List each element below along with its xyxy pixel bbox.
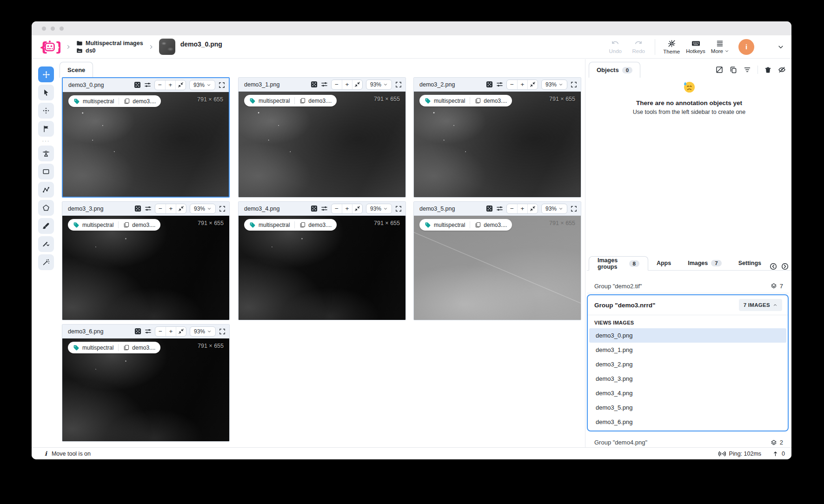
view-image-item[interactable]: demo3_3.png [589, 371, 786, 386]
app-logo[interactable]: {} [39, 40, 60, 54]
group-row-demo4[interactable]: Group "demo4.png" 2 [587, 435, 789, 447]
copy-objects-icon[interactable] [730, 66, 737, 73]
tab-images-groups[interactable]: Images groups 8 [589, 256, 648, 271]
window-minimize-button[interactable] [51, 27, 55, 31]
theme-button[interactable]: Theme [663, 40, 680, 54]
image-card[interactable]: demo3_6.png − + 93% multispectral demo3.… [62, 324, 230, 442]
image-view[interactable]: multispectral demo3.... 791 × 655 [63, 92, 229, 197]
zoom-in-button[interactable]: + [517, 80, 527, 90]
tags-pill[interactable]: multispectral demo3.... [244, 219, 337, 231]
fullscreen-icon[interactable] [395, 206, 402, 212]
tags-pill[interactable]: multispectral demo3.... [419, 95, 512, 106]
image-view[interactable]: multispectral demo3.... 791 × 655 [62, 338, 229, 441]
zoom-level-dropdown[interactable]: 93% [366, 80, 392, 90]
window-zoom-button[interactable] [60, 27, 64, 31]
undo-button[interactable]: Undo [606, 40, 624, 54]
tags-pill[interactable]: multispectral demo3.... [68, 95, 161, 107]
adjust-settings-icon[interactable] [321, 205, 328, 212]
window-close-button[interactable] [42, 27, 46, 31]
tool-flag-button[interactable] [38, 121, 54, 137]
image-view[interactable]: multispectral demo3.... 791 × 655 [414, 216, 581, 320]
view-image-item[interactable]: demo3_1.png [589, 343, 786, 357]
tool-rectangle-button[interactable] [38, 164, 54, 179]
zoom-in-button[interactable]: + [517, 204, 527, 214]
tags-pill[interactable]: multispectral demo3.... [68, 342, 160, 353]
fullscreen-icon[interactable] [395, 81, 402, 88]
dice-grid-icon[interactable] [311, 205, 318, 212]
tool-polyline-button[interactable] [38, 182, 54, 198]
zoom-level-dropdown[interactable]: 93% [541, 80, 567, 90]
fit-zoom-icon[interactable] [352, 204, 362, 214]
fullscreen-icon[interactable] [571, 206, 577, 212]
image-thumbnail[interactable] [159, 39, 175, 55]
tab-images[interactable]: Images 7 [679, 256, 730, 270]
group-row-demo2[interactable]: Group "demo2.tif" 7 [587, 279, 789, 293]
image-view[interactable]: multispectral demo3.... 791 × 655 [62, 216, 229, 320]
zoom-out-button[interactable]: − [155, 80, 165, 90]
tags-pill[interactable]: multispectral demo3.... [419, 219, 512, 231]
zoom-in-button[interactable]: + [342, 204, 352, 214]
dice-grid-icon[interactable] [134, 81, 141, 88]
dice-grid-icon[interactable] [134, 205, 141, 212]
dice-grid-icon[interactable] [134, 328, 141, 335]
images-count-button[interactable]: 7 images [739, 299, 782, 311]
zoom-in-button[interactable]: + [342, 80, 352, 90]
image-card[interactable]: demo3_2.png − + 93% multispectral demo3.… [413, 77, 581, 198]
tool-brush-button[interactable] [38, 218, 54, 234]
tool-drag-figure-button[interactable] [38, 103, 54, 119]
view-image-item[interactable]: demo3_2.png [589, 357, 786, 371]
scroll-tabs-left-icon[interactable] [770, 263, 777, 270]
fit-zoom-icon[interactable] [175, 80, 186, 90]
adjust-settings-icon[interactable] [145, 205, 152, 212]
zoom-out-button[interactable]: − [507, 204, 517, 214]
zoom-level-dropdown[interactable]: 93% [190, 204, 216, 214]
collapse-header-chevron[interactable] [777, 44, 784, 50]
adjust-settings-icon[interactable] [496, 81, 503, 88]
zoom-in-button[interactable]: + [166, 326, 176, 337]
redo-button[interactable]: Redo [630, 40, 647, 54]
fit-zoom-icon[interactable] [527, 204, 538, 214]
image-card[interactable]: demo3_5.png − + 93% multispectral demo3.… [413, 201, 581, 320]
fit-zoom-icon[interactable] [352, 80, 362, 90]
tool-smart-wand-button[interactable] [38, 254, 54, 270]
zoom-in-button[interactable]: + [166, 204, 176, 214]
fullscreen-icon[interactable] [219, 206, 226, 212]
zoom-level-dropdown[interactable]: 93% [189, 80, 215, 90]
tool-keypoint-button[interactable] [38, 146, 54, 161]
tags-pill[interactable]: multispectral demo3.... [68, 219, 160, 231]
breadcrumb-project[interactable]: Multispectral images [76, 40, 143, 46]
zoom-out-button[interactable]: − [155, 204, 166, 214]
dice-grid-icon[interactable] [311, 81, 318, 88]
zoom-level-dropdown[interactable]: 93% [541, 204, 567, 214]
tab-apps[interactable]: Apps [648, 256, 679, 270]
zoom-in-button[interactable]: + [165, 80, 175, 90]
view-image-item[interactable]: demo3_6.png [589, 415, 786, 429]
adjust-settings-icon[interactable] [144, 81, 151, 88]
adjust-settings-icon[interactable] [145, 328, 152, 335]
tab-scene[interactable]: Scene [60, 62, 93, 78]
view-image-item[interactable]: demo3_4.png [589, 386, 786, 400]
zoom-out-button[interactable]: − [155, 326, 166, 337]
fit-zoom-icon[interactable] [527, 80, 538, 90]
zoom-out-button[interactable]: − [507, 80, 517, 90]
tool-move-button[interactable] [38, 66, 54, 82]
scroll-tabs-right-icon[interactable] [781, 263, 789, 270]
fullscreen-icon[interactable] [219, 82, 225, 88]
dice-grid-icon[interactable] [486, 205, 493, 212]
tool-pen-button[interactable] [38, 236, 54, 252]
image-card[interactable]: demo3_3.png − + 93% multispectral demo3.… [62, 201, 230, 320]
user-avatar[interactable]: i [738, 39, 754, 55]
deselect-all-icon[interactable] [716, 66, 723, 73]
hotkeys-button[interactable]: Hotkeys [686, 40, 705, 54]
image-card[interactable]: demo3_1.png − + 93% multispectral demo3.… [238, 77, 406, 198]
breadcrumb-dataset[interactable]: ds0 [76, 47, 143, 54]
view-image-item[interactable]: demo3_5.png [589, 400, 786, 415]
zoom-level-dropdown[interactable]: 93% [190, 326, 216, 337]
image-view[interactable]: multispectral demo3.... 791 × 655 [239, 92, 405, 197]
tool-polygon-button[interactable] [38, 200, 54, 216]
fullscreen-icon[interactable] [571, 81, 577, 88]
image-view[interactable]: multispectral demo3.... 791 × 655 [414, 92, 581, 197]
hide-objects-icon[interactable] [778, 66, 786, 73]
adjust-settings-icon[interactable] [496, 205, 503, 212]
fullscreen-icon[interactable] [219, 328, 226, 335]
